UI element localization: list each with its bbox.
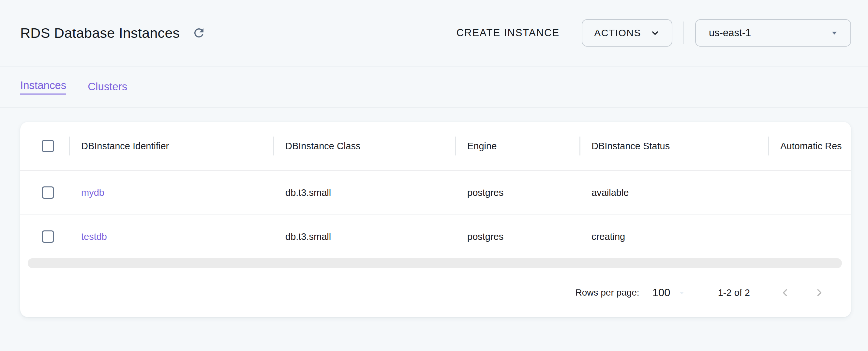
cell-status: available	[580, 171, 768, 215]
instances-table: DBInstance Identifier DBInstance Class E…	[20, 122, 851, 258]
cell-identifier: mydb	[69, 171, 273, 215]
chevron-right-icon	[813, 287, 825, 298]
column-header-dbinstance-status[interactable]: DBInstance Status	[580, 122, 768, 170]
pagination-range: 1-2 of 2	[718, 287, 750, 298]
refresh-button[interactable]	[189, 24, 208, 42]
row-checkbox-cell	[20, 171, 69, 215]
select-all-checkbox[interactable]	[42, 140, 54, 152]
instance-link[interactable]: testdb	[81, 231, 107, 242]
column-header-automatic-res[interactable]: Automatic Res	[768, 122, 851, 170]
pagination-bar: Rows per page: 100 1-2 of 2	[20, 268, 851, 317]
create-instance-button[interactable]: CREATE INSTANCE	[453, 23, 563, 43]
row-checkbox[interactable]	[42, 186, 54, 199]
cell-engine: postgres	[455, 215, 580, 258]
table-row[interactable]: testdb db.t3.small postgres creating	[20, 215, 851, 258]
cell-class: db.t3.small	[273, 171, 455, 215]
tab-bar: Instances Clusters	[0, 66, 868, 107]
cell-status: creating	[580, 215, 768, 258]
rows-per-page-value: 100	[652, 286, 671, 299]
cell-automatic-res	[768, 215, 851, 258]
caret-down-icon	[677, 288, 687, 297]
region-select[interactable]: us-east-1	[695, 19, 851, 46]
rows-per-page-label: Rows per page:	[575, 287, 639, 298]
cell-identifier: testdb	[69, 215, 273, 258]
page-title: RDS Database Instances	[20, 25, 180, 41]
next-page-button[interactable]	[811, 285, 827, 300]
table-row[interactable]: mydb db.t3.small postgres available	[20, 171, 851, 215]
top-bar: RDS Database Instances CREATE INSTANCE A…	[0, 0, 868, 66]
tab-clusters[interactable]: Clusters	[88, 81, 127, 93]
table-scroll-area: DBInstance Identifier DBInstance Class E…	[20, 122, 851, 258]
chevron-down-icon	[650, 28, 660, 38]
actions-dropdown-button[interactable]: ACTIONS	[582, 19, 672, 46]
column-header-dbinstance-identifier[interactable]: DBInstance Identifier	[69, 122, 273, 170]
column-header-dbinstance-class[interactable]: DBInstance Class	[273, 122, 455, 170]
region-select-value: us-east-1	[709, 27, 751, 39]
rows-per-page-select[interactable]: 100	[652, 286, 687, 299]
cell-class: db.t3.small	[273, 215, 455, 258]
row-checkbox-cell	[20, 215, 69, 258]
instance-link[interactable]: mydb	[81, 187, 104, 198]
toolbar-divider	[683, 22, 684, 44]
chevron-left-icon	[779, 287, 791, 298]
caret-down-icon	[829, 27, 840, 38]
cell-engine: postgres	[455, 171, 580, 215]
tab-instances[interactable]: Instances	[20, 79, 66, 95]
header-checkbox-cell	[20, 122, 69, 170]
refresh-icon	[192, 26, 206, 40]
cell-automatic-res	[768, 171, 851, 215]
column-header-engine[interactable]: Engine	[455, 122, 580, 170]
actions-button-label: ACTIONS	[594, 27, 641, 38]
row-checkbox[interactable]	[42, 230, 54, 243]
rds-admin-screen: RDS Database Instances CREATE INSTANCE A…	[0, 0, 868, 351]
instances-card: DBInstance Identifier DBInstance Class E…	[20, 122, 851, 317]
previous-page-button[interactable]	[777, 285, 793, 300]
horizontal-scrollbar[interactable]	[28, 258, 842, 268]
table-header-row: DBInstance Identifier DBInstance Class E…	[20, 122, 851, 171]
